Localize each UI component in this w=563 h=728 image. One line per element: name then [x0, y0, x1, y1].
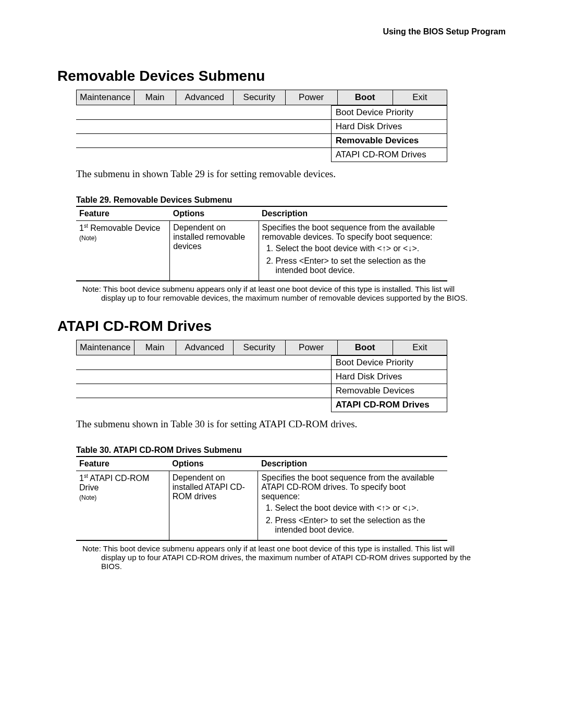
section-title-atapi: ATAPI CD-ROM Drives — [57, 318, 506, 335]
submenu-item-active[interactable]: ATAPI CD-ROM Drives — [331, 398, 447, 412]
feature-cell: 1st ATAPI CD-ROM Drive (Note) — [76, 471, 169, 541]
options-cell: Dependent on installed removable devices — [170, 221, 259, 281]
description-cell: Specifies the boot sequence from the ava… — [258, 471, 447, 541]
nav-tab[interactable]: Security — [233, 340, 285, 355]
nav-tab[interactable]: Exit — [393, 340, 447, 355]
options-cell: Dependent on installed ATAPI CD-ROM driv… — [169, 471, 258, 541]
submenu-item[interactable]: Hard Disk Drives — [331, 370, 447, 384]
feature-table-29: Feature Options Description 1st Removabl… — [76, 206, 447, 281]
submenu-item[interactable]: Removable Devices — [331, 384, 447, 398]
bios-nav-tabs-1: Maintenance Main Advanced Security Power… — [76, 90, 447, 105]
col-header: Description — [258, 456, 447, 471]
nav-tab[interactable]: Maintenance — [77, 90, 134, 105]
nav-tab-active[interactable]: Boot — [337, 90, 393, 105]
nav-tab[interactable]: Power — [285, 90, 337, 105]
feature-cell: 1st Removable Device (Note) — [76, 221, 170, 281]
col-header: Description — [259, 206, 447, 221]
table-note-29: Note: This boot device submenu appears o… — [98, 285, 472, 302]
col-header: Feature — [76, 206, 170, 221]
section-intro: The submenu shown in Table 30 is for set… — [76, 418, 506, 430]
col-header: Options — [169, 456, 258, 471]
nav-tab[interactable]: Main — [134, 340, 176, 355]
section-title-removable: Removable Devices Submenu — [57, 68, 506, 84]
desc-step: Select the boot device with <↑> or <↓>. — [276, 244, 445, 253]
desc-step: Select the boot device with <↑> or <↓>. — [275, 503, 444, 513]
submenu-item-active[interactable]: Removable Devices — [331, 134, 447, 148]
nav-tab[interactable]: Advanced — [176, 90, 233, 105]
document-page: Using the BIOS Setup Program Removable D… — [0, 0, 563, 728]
col-header: Options — [170, 206, 259, 221]
boot-submenu-list-1: Boot Device Priority Hard Disk Drives Re… — [76, 105, 447, 162]
desc-step: Press <Enter> to set the selection as th… — [276, 256, 445, 275]
col-header: Feature — [76, 456, 169, 471]
submenu-item[interactable]: Boot Device Priority — [331, 356, 447, 370]
submenu-item[interactable]: Hard Disk Drives — [331, 120, 447, 134]
nav-tab[interactable]: Security — [233, 90, 285, 105]
nav-tab[interactable]: Maintenance — [77, 340, 134, 355]
nav-tab[interactable]: Main — [134, 90, 176, 105]
running-header: Using the BIOS Setup Program — [57, 27, 506, 36]
description-cell: Specifies the boot sequence from the ava… — [259, 221, 447, 281]
section-intro: The submenu in shown Table 29 is for set… — [76, 168, 506, 180]
submenu-item[interactable]: ATAPI CD-ROM Drives — [331, 148, 447, 162]
feature-table-30: Feature Options Description 1st ATAPI CD… — [76, 456, 447, 541]
desc-step: Press <Enter> to set the selection as th… — [275, 516, 444, 535]
nav-tab[interactable]: Power — [285, 340, 337, 355]
nav-tab-active[interactable]: Boot — [337, 340, 393, 355]
nav-tab[interactable]: Advanced — [176, 340, 233, 355]
table-caption-30: Table 30. ATAPI CD-ROM Drives Submenu — [76, 446, 506, 455]
bios-nav-tabs-2: Maintenance Main Advanced Security Power… — [76, 340, 447, 355]
nav-tab[interactable]: Exit — [393, 90, 447, 105]
submenu-item[interactable]: Boot Device Priority — [331, 106, 447, 120]
table-note-30: Note: This boot device submenu appears o… — [98, 544, 472, 571]
boot-submenu-list-2: Boot Device Priority Hard Disk Drives Re… — [76, 355, 447, 412]
table-caption-29: Table 29. Removable Devices Submenu — [76, 195, 506, 205]
